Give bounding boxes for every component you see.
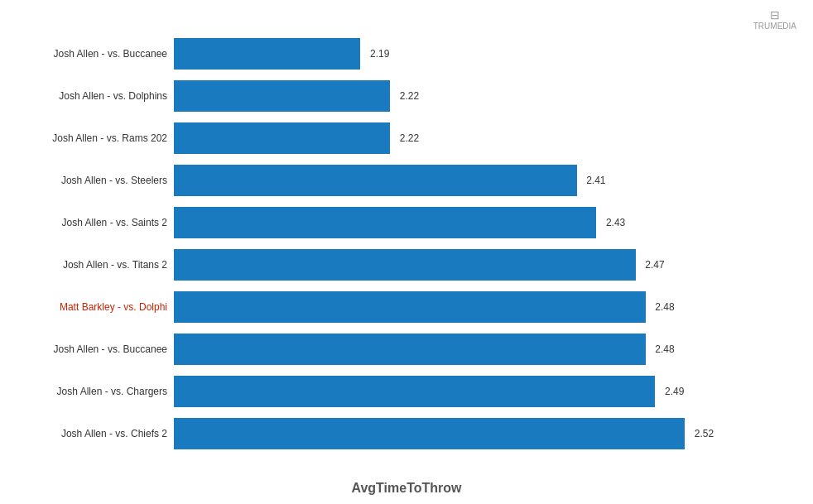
bar-label: Josh Allen - vs. Buccanee [8, 48, 174, 60]
bar-label: Josh Allen - vs. Chiefs 2 [8, 428, 174, 439]
bar-value: 2.52 [695, 428, 714, 439]
bar-value: 2.41 [586, 175, 605, 186]
bar-label: Josh Allen - vs. Rams 202 [8, 132, 174, 144]
bar-track: 2.22 [174, 80, 763, 112]
bar-fill: 2.47 [174, 249, 636, 281]
bar-fill: 2.43 [174, 207, 596, 238]
chart-container: ⊟ TRUMEDIA Josh Allen - vs. Buccanee2.19… [0, 0, 813, 504]
bar-value: 2.22 [400, 90, 419, 102]
bar-row: Josh Allen - vs. Rams 2022.22 [8, 119, 763, 158]
bar-value: 2.48 [655, 301, 674, 313]
bar-label: Matt Barkley - vs. Dolphi [8, 301, 174, 313]
bar-row: Josh Allen - vs. Chargers2.49 [8, 372, 763, 410]
bar-row: Josh Allen - vs. Dolphins2.22 [8, 77, 763, 116]
bar-label: Josh Allen - vs. Titans 2 [8, 259, 174, 271]
bar-track: 2.43 [174, 207, 763, 238]
bar-label: Josh Allen - vs. Saints 2 [8, 217, 174, 228]
bar-track: 2.48 [174, 334, 763, 365]
bar-row: Matt Barkley - vs. Dolphi2.48 [8, 287, 763, 326]
bar-track: 2.19 [174, 38, 763, 70]
bar-row: Josh Allen - vs. Buccanee2.48 [8, 329, 763, 368]
bar-track: 2.22 [174, 122, 763, 154]
bar-value: 2.22 [400, 132, 419, 144]
bar-track: 2.41 [174, 165, 763, 196]
bar-track: 2.52 [174, 418, 763, 449]
bar-fill: 2.49 [174, 376, 655, 407]
x-axis-label: AvgTimeToThrow [351, 481, 461, 496]
tm-icon: ⊟ [753, 8, 796, 22]
bar-fill: 2.41 [174, 165, 577, 196]
bar-value: 2.47 [645, 259, 664, 271]
bar-value: 2.48 [655, 343, 674, 355]
bar-fill: 2.48 [174, 291, 646, 323]
bar-fill: 2.52 [174, 418, 685, 449]
bar-row: Josh Allen - vs. Titans 22.47 [8, 246, 763, 285]
bar-label: Josh Allen - vs. Chargers [8, 386, 174, 397]
bar-value: 2.19 [370, 48, 389, 60]
bar-fill: 2.22 [174, 122, 390, 154]
bar-value: 2.43 [606, 217, 625, 228]
bar-value: 2.49 [665, 386, 684, 397]
bar-row: Josh Allen - vs. Saints 22.43 [8, 204, 763, 242]
bar-label: Josh Allen - vs. Dolphins [8, 90, 174, 102]
logo-text: TRUMEDIA [753, 22, 796, 31]
bar-track: 2.49 [174, 376, 763, 407]
bar-label: Josh Allen - vs. Steelers [8, 175, 174, 186]
bar-track: 2.47 [174, 249, 763, 281]
bar-track: 2.48 [174, 291, 763, 323]
bar-row: Josh Allen - vs. Steelers2.41 [8, 161, 763, 200]
chart-area: Josh Allen - vs. Buccanee2.19Josh Allen … [8, 33, 763, 454]
trumedia-logo: ⊟ TRUMEDIA [753, 8, 796, 31]
bar-row: Josh Allen - vs. Buccanee2.19 [8, 35, 763, 74]
bar-fill: 2.19 [174, 38, 360, 70]
bar-fill: 2.48 [174, 334, 646, 365]
bar-row: Josh Allen - vs. Chiefs 22.52 [8, 414, 763, 453]
bar-fill: 2.22 [174, 80, 390, 112]
bar-label: Josh Allen - vs. Buccanee [8, 343, 174, 355]
